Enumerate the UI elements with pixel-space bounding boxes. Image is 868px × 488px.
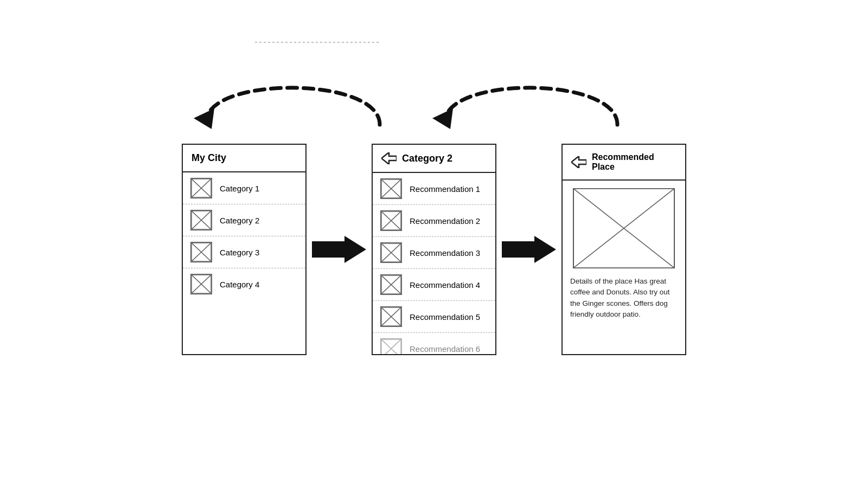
placeholder-img-icon (190, 178, 212, 198)
back-arrow-icon[interactable] (571, 156, 586, 168)
panel-place: Recommended Place Details of the place H… (561, 144, 686, 355)
category-label: Category 2 (220, 216, 259, 225)
list-item[interactable]: Recommendation 6 (373, 333, 495, 355)
recommendation-label: Recommendation 3 (410, 248, 480, 258)
place-image (573, 188, 675, 268)
placeholder-img-icon (380, 306, 402, 327)
recommendation-label: Recommendation 1 (410, 184, 480, 194)
list-item[interactable]: Recommendation 5 (373, 301, 495, 333)
back-arrow-icon[interactable] (381, 152, 397, 164)
list-item[interactable]: Category 4 (183, 268, 305, 300)
panels-row: My City Category 1 (182, 144, 686, 355)
placeholder-img-icon (380, 274, 402, 295)
placeholder-img-icon (380, 338, 402, 355)
recommendation-label: Recommendation 2 (410, 216, 480, 226)
main-container: My City Category 1 (0, 0, 868, 488)
place-details: Details of the place Has great coffee an… (563, 274, 685, 325)
place-title: Recommended Place (592, 152, 676, 172)
category-label: Category 1 (220, 184, 259, 193)
svg-marker-16 (381, 152, 397, 164)
list-item[interactable]: Recommendation 1 (373, 173, 495, 205)
panel-city: My City Category 1 (182, 144, 307, 355)
svg-marker-1 (194, 108, 214, 129)
panel-category: Category 2 Recommendation 1 (372, 144, 496, 355)
category-title: Category 2 (402, 153, 452, 164)
recommendation-label: Recommendation 6 (410, 344, 480, 354)
placeholder-img-icon (380, 242, 402, 263)
list-item[interactable]: Category 3 (183, 236, 305, 268)
placeholder-img-icon (380, 178, 402, 199)
category-label: Category 3 (220, 248, 259, 257)
city-panel-header: My City (183, 145, 305, 172)
placeholder-img-icon (190, 210, 212, 230)
list-item[interactable]: Recommendation 4 (373, 269, 495, 301)
list-item[interactable]: Recommendation 3 (373, 237, 495, 269)
list-item[interactable]: Category 2 (183, 204, 305, 236)
place-panel-header: Recommended Place (563, 145, 685, 181)
category-label: Category 4 (220, 280, 259, 289)
city-title: My City (192, 152, 226, 164)
placeholder-img-icon (380, 210, 402, 231)
placeholder-img-icon (190, 274, 212, 294)
forward-arrow-2 (496, 233, 561, 266)
placeholder-img-icon (190, 242, 212, 262)
list-item[interactable]: Recommendation 2 (373, 205, 495, 237)
list-item[interactable]: Category 1 (183, 172, 305, 204)
place-details-text: Details of the place Has great coffee an… (570, 277, 670, 318)
svg-marker-15 (312, 236, 366, 263)
svg-marker-36 (571, 156, 586, 168)
forward-arrow-1 (307, 233, 372, 266)
svg-marker-2 (432, 108, 453, 129)
recommendation-label: Recommendation 4 (410, 280, 480, 290)
category-panel-header: Category 2 (373, 145, 495, 173)
svg-marker-35 (502, 236, 556, 263)
recommendation-label: Recommendation 5 (410, 312, 480, 322)
